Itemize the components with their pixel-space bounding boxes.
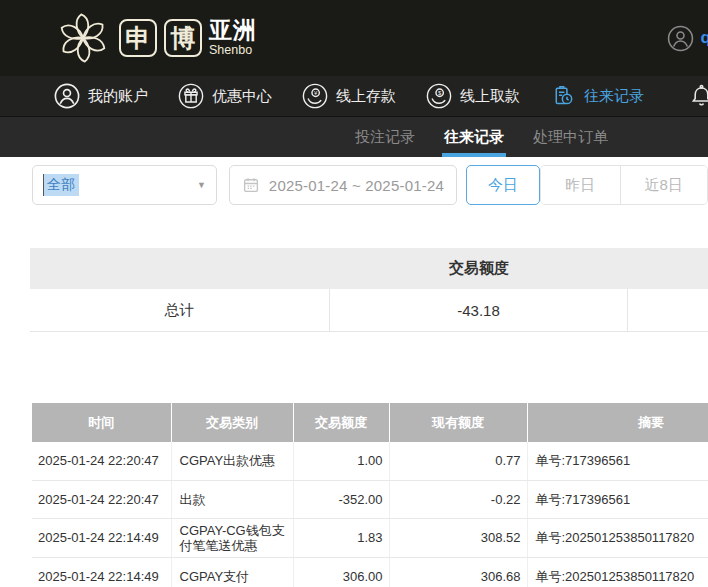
user-area[interactable]: q [667, 0, 708, 76]
tab-betting-records[interactable]: 投注记录 [355, 117, 415, 157]
table-row: 2025-01-24 22:20:47 CGPAY出款优惠 1.00 0.77 … [32, 442, 708, 480]
summary-header-empty [30, 248, 330, 289]
brand-logo[interactable]: 申 博 亚洲 Shenbo [54, 9, 257, 67]
tab-transaction-records[interactable]: 往来记录 [444, 117, 504, 157]
col-header-balance: 现有额度 [389, 403, 527, 442]
logo-region-text: 亚洲 [209, 19, 257, 42]
summary-header-empty-2 [628, 248, 708, 289]
cell-balance: 306.68 [389, 557, 527, 587]
nav-label-withdraw: 线上取款 [460, 87, 520, 106]
summary-total-value: -43.18 [330, 289, 628, 331]
col-header-amount: 交易额度 [293, 403, 389, 442]
transactions-header-row: 时间 交易类别 交易额度 现有额度 摘要 [32, 403, 708, 442]
cell-time: 2025-01-24 22:14:49 [32, 557, 171, 587]
svg-text:¥: ¥ [314, 90, 318, 96]
nav-label-deposit: 线上存款 [336, 87, 396, 106]
logo-latin-text: Shenbo [209, 44, 257, 57]
cell-time: 2025-01-24 22:20:47 [32, 442, 171, 480]
date-range-input[interactable]: 2025-01-24 ~ 2025-01-24 [229, 165, 457, 205]
cell-memo: 单号:717396561 [527, 442, 708, 480]
username-text: q [701, 28, 708, 48]
tab-pending-orders[interactable]: 处理中订单 [533, 117, 608, 157]
sub-nav: 投注记录 往来记录 处理中订单 [0, 117, 708, 157]
deposit-hand-coin-icon: ¥ [302, 83, 328, 109]
summary-total-row: 总计 -43.18 [30, 289, 708, 332]
col-header-memo: 摘要 [527, 403, 708, 442]
logo-char-bo: 博 [164, 19, 202, 57]
table-row: 2025-01-24 22:14:49 CGPAY支付 306.00 306.6… [32, 557, 708, 587]
cell-type: CGPAY出款优惠 [171, 442, 293, 480]
nav-item-my-account[interactable]: 我的账户 [54, 83, 148, 109]
category-selected-value: 全部 [43, 174, 79, 196]
col-header-type: 交易类别 [171, 403, 293, 442]
nav-item-deposit[interactable]: ¥ 线上存款 [302, 83, 396, 109]
gift-icon [178, 83, 204, 109]
summary-header-row: 交易额度 [30, 248, 708, 289]
summary-table: 交易额度 总计 -43.18 [30, 248, 708, 332]
filter-row: 全部 ▼ 2025-01-24 ~ 2025-01-24 今日 昨日 近8日 [32, 165, 708, 205]
cell-memo: 单号:202501253850117820 [527, 557, 708, 587]
svg-text:$: $ [438, 90, 442, 96]
nav-label-transaction-records: 往来记录 [584, 87, 644, 106]
cell-balance: -0.22 [389, 480, 527, 518]
lotus-flower-icon [54, 9, 112, 67]
date-range-value: 2025-01-24 ~ 2025-01-24 [269, 177, 444, 194]
cell-type: 出款 [171, 480, 293, 518]
today-button[interactable]: 今日 [466, 165, 540, 205]
nav-item-transaction-records[interactable]: 往来记录 [550, 83, 644, 109]
cell-memo: 单号:717396561 [527, 480, 708, 518]
summary-total-label: 总计 [30, 289, 330, 331]
top-header: 申 博 亚洲 Shenbo q [0, 0, 708, 76]
cell-balance: 0.77 [389, 442, 527, 480]
tab-transaction-records-label: 往来记录 [444, 128, 504, 147]
cell-memo: 单号:202501253850117820 [527, 518, 708, 557]
cell-amount: 1.00 [293, 442, 389, 480]
cell-balance: 308.52 [389, 518, 527, 557]
content-area: 全部 ▼ 2025-01-24 ~ 2025-01-24 今日 昨日 近8日 [0, 165, 708, 587]
clipboard-clock-icon [550, 83, 576, 109]
user-circle-icon [54, 83, 80, 109]
logo-char-shen: 申 [119, 19, 157, 57]
table-row: 2025-01-24 22:20:47 出款 -352.00 -0.22 单号:… [32, 480, 708, 518]
notification-bell-icon[interactable] [688, 83, 708, 110]
calendar-icon [242, 176, 260, 194]
user-avatar-icon [667, 25, 694, 52]
cell-amount: 1.83 [293, 518, 389, 557]
nav-item-withdraw[interactable]: $ 线上取款 [426, 83, 520, 109]
cell-amount: -352.00 [293, 480, 389, 518]
summary-total-empty [628, 289, 708, 331]
nav-label-promotions: 优惠中心 [212, 87, 272, 106]
main-nav: 我的账户 优惠中心 ¥ 线上存款 [0, 76, 708, 117]
last-8-days-button[interactable]: 近8日 [620, 166, 707, 204]
cell-time: 2025-01-24 22:14:49 [32, 518, 171, 557]
nav-label-my-account: 我的账户 [88, 87, 148, 106]
category-select[interactable]: 全部 ▼ [32, 165, 217, 205]
table-row: 2025-01-24 22:14:49 CGPAY-CG钱包支付笔笔送优惠 1.… [32, 518, 708, 557]
cell-type: CGPAY-CG钱包支付笔笔送优惠 [171, 518, 293, 557]
quick-range-group: 昨日 近8日 [540, 165, 708, 205]
tab-betting-records-label: 投注记录 [355, 128, 415, 147]
yesterday-button[interactable]: 昨日 [541, 166, 620, 204]
chevron-down-icon: ▼ [197, 180, 206, 190]
nav-item-promotions[interactable]: 优惠中心 [178, 83, 272, 109]
cell-time: 2025-01-24 22:20:47 [32, 480, 171, 518]
withdraw-hand-coin-icon: $ [426, 83, 452, 109]
cell-amount: 306.00 [293, 557, 389, 587]
summary-col-header: 交易额度 [330, 248, 628, 289]
tab-pending-orders-label: 处理中订单 [533, 128, 608, 147]
transactions-table: 时间 交易类别 交易额度 现有额度 摘要 2025-01-24 22:20:47… [32, 403, 708, 587]
cell-type: CGPAY支付 [171, 557, 293, 587]
transaction-records-page: 申 博 亚洲 Shenbo q [0, 0, 708, 587]
col-header-time: 时间 [32, 403, 171, 442]
